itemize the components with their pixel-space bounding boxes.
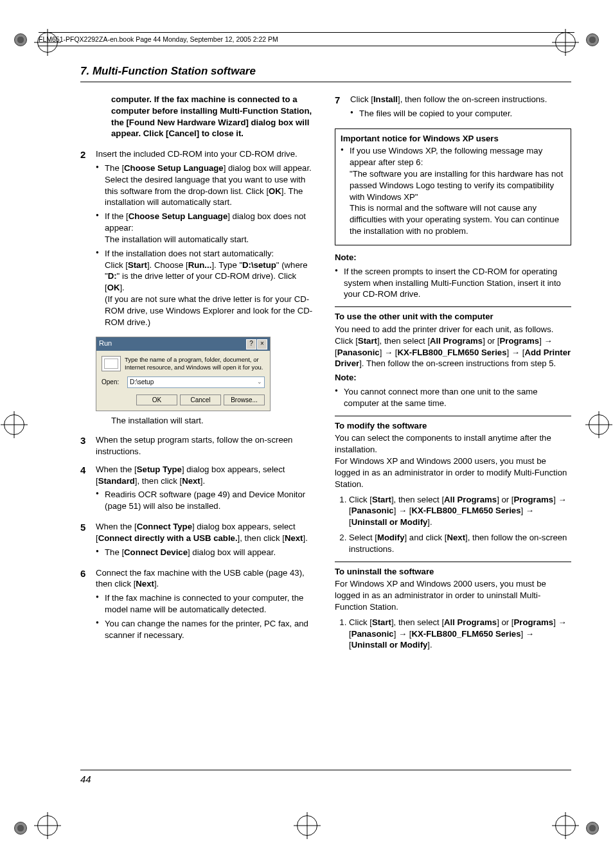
list-item: The files will be copied to your compute…: [350, 108, 571, 120]
numbered-list: Click [Start], then select [All Programs…: [335, 617, 571, 651]
step-7: 7 Click [Install], then follow the on-sc…: [335, 94, 571, 122]
step-body: When the [Connect Type] dialog box appea…: [96, 521, 317, 560]
header-text: FLM651-PFQX2292ZA-en.book Page 44 Monday…: [39, 35, 278, 43]
header-filename: FLM651-PFQX2292ZA-en.book Page 44 Monday…: [39, 32, 574, 44]
content-area: 7. Multi-Function Station software compu…: [80, 64, 571, 791]
run-dialog: Run ?× Type the name of a program, folde…: [96, 337, 271, 411]
list-item: Select [Modify] and click [Next], then f…: [349, 532, 571, 555]
list-item: You cannot connect more than one unit to…: [335, 386, 571, 409]
open-label: Open:: [102, 378, 123, 387]
step-body: When the setup program starts, follow th…: [96, 434, 317, 457]
page: FLM651-PFQX2292ZA-en.book Page 44 Monday…: [0, 0, 613, 868]
step-body: Click [Install], then follow the on-scre…: [350, 94, 571, 122]
note-label: Note:: [335, 252, 571, 263]
list-item: Readiris OCR software (page 49) and Devi…: [96, 489, 317, 512]
step-body: Connect the fax machine with the USB cab…: [96, 567, 317, 644]
reg-mark: [14, 33, 27, 46]
reg-mark: [14, 822, 27, 835]
right-column: 7 Click [Install], then follow the on-sc…: [335, 94, 571, 655]
reg-mark: [4, 414, 24, 435]
section-title: 7. Multi-Function Station software: [80, 64, 571, 82]
list-item: The [Choose Setup Language] dialog box w…: [96, 163, 317, 208]
run-title-text: Run: [99, 339, 112, 350]
help-icon[interactable]: ?: [246, 339, 256, 350]
divider: [335, 562, 571, 562]
reg-mark: [297, 815, 317, 836]
text: Insert the included CD-ROM into your CD-…: [96, 149, 298, 159]
left-column: computer. If the fax machine is connecte…: [80, 94, 317, 655]
divider: [335, 306, 571, 307]
step-number: 2: [80, 148, 96, 330]
reg-mark: [37, 815, 58, 836]
subheading: To uninstall the software: [335, 566, 571, 578]
step-number: 6: [80, 567, 96, 644]
step-4: 4 When the [Setup Type] dialog box appea…: [80, 464, 317, 515]
important-notice: Important notice for Windows XP users If…: [335, 128, 571, 245]
text: For Windows XP and Windows 2000 users, y…: [335, 456, 571, 490]
list-item: Click [Start], then select [All Programs…: [349, 494, 571, 528]
list-item: If the installation does not start autom…: [96, 248, 317, 328]
close-icon[interactable]: ×: [257, 339, 267, 350]
subheading: To modify the software: [335, 420, 571, 432]
open-input[interactable]: D:\setup⌄: [127, 376, 265, 388]
step-number: 3: [80, 434, 96, 457]
browse-button[interactable]: Browse...: [224, 394, 265, 406]
reg-mark: [555, 815, 576, 836]
text: For Windows XP and Windows 2000 users, y…: [335, 578, 571, 612]
run-description: Type the name of a program, folder, docu…: [125, 356, 265, 371]
list-item: If the [Choose Setup Language] dialog bo…: [96, 211, 317, 245]
step-6: 6 Connect the fax machine with the USB c…: [80, 567, 317, 644]
step-number: 4: [80, 464, 96, 515]
list-item: You can change the names for the printer…: [96, 618, 317, 641]
list-item: If you use Windows XP, the following mes…: [341, 145, 565, 237]
list-item: The [Connect Device] dialog box will app…: [96, 547, 317, 558]
step-2: 2 Insert the included CD-ROM into your C…: [80, 148, 317, 330]
list-item: Click [Start], then select [All Programs…: [349, 617, 571, 651]
numbered-list: Click [Start], then select [All Programs…: [335, 494, 571, 555]
ok-button[interactable]: OK: [136, 394, 177, 406]
reg-mark: [586, 33, 599, 46]
notice-title: Important notice for Windows XP users: [341, 133, 565, 145]
page-number: 44: [80, 770, 571, 786]
run-titlebar: Run ?×: [96, 337, 270, 351]
step-body: When the [Setup Type] dialog box appears…: [96, 464, 317, 515]
text: The installation will start.: [80, 415, 317, 427]
reg-mark: [589, 414, 609, 435]
divider: [335, 416, 571, 416]
step-5: 5 When the [Connect Type] dialog box app…: [80, 521, 317, 560]
reg-mark: [586, 822, 599, 835]
intro-warning: computer. If the fax machine is connecte…: [80, 94, 317, 139]
step-number: 5: [80, 521, 96, 560]
run-body: Type the name of a program, folder, docu…: [96, 351, 270, 411]
run-icon: [102, 356, 121, 371]
run-window-buttons: ?×: [245, 339, 267, 350]
text: Click [Start], then select [All Programs…: [335, 335, 571, 369]
cancel-button[interactable]: Cancel: [180, 394, 221, 406]
text: You can select the components to install…: [335, 432, 571, 456]
bullet-list: The [Choose Setup Language] dialog box w…: [96, 163, 317, 328]
step-number: 7: [335, 94, 350, 122]
chevron-down-icon[interactable]: ⌄: [257, 378, 262, 387]
columns: computer. If the fax machine is connecte…: [80, 94, 571, 655]
list-item: If the fax machine is connected to your …: [96, 592, 317, 616]
step-body: Insert the included CD-ROM into your CD-…: [96, 148, 317, 330]
step-3: 3 When the setup program starts, follow …: [80, 434, 317, 457]
text: You need to add the printer driver for e…: [335, 324, 571, 335]
subheading: To use the other unit with the computer: [335, 311, 571, 323]
note-label: Note:: [335, 372, 571, 384]
list-item: If the screen prompts to insert the CD-R…: [335, 266, 571, 300]
